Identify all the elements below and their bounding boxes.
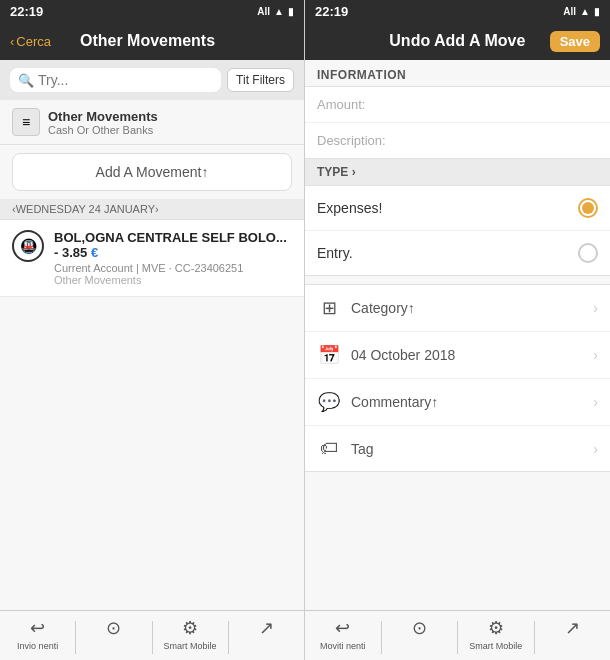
type-option-expenses[interactable]: Expenses! bbox=[305, 186, 610, 231]
bottom-tab-bar-right: ↩ Moviti nenti ⊙ ⚙ Smart Mobile ↗ bbox=[305, 610, 610, 660]
tab-label-settings-left: Smart Mobile bbox=[164, 641, 217, 651]
nav-title-right: Undo Add A Move bbox=[365, 32, 550, 50]
status-bar-left: 22:19 All ▲ ▮ bbox=[0, 0, 304, 22]
network-left: All bbox=[257, 6, 270, 17]
right-panel: 22:19 All ▲ ▮ Undo Add A Move Save INFOR… bbox=[305, 0, 610, 660]
tab-label-settings-right: Smart Mobile bbox=[469, 641, 522, 651]
description-label: Description: bbox=[317, 133, 598, 148]
left-panel: 22:19 All ▲ ▮ ‹ Cerca Other Movements 🔍 … bbox=[0, 0, 305, 660]
nav-bar-left: ‹ Cerca Other Movements bbox=[0, 22, 304, 60]
type-entry-label: Entry. bbox=[317, 245, 353, 261]
info-section-header: INFORMATION bbox=[305, 60, 610, 86]
tab-settings-right[interactable]: ⚙ Smart Mobile bbox=[458, 617, 534, 658]
search-icon: 🔍 bbox=[18, 73, 34, 88]
back-label: Cerca bbox=[16, 34, 51, 49]
date-label: 04 October 2018 bbox=[351, 347, 583, 363]
rewind-icon-right: ↩ bbox=[335, 617, 350, 639]
info-icon-left: ⊙ bbox=[106, 617, 121, 639]
category-arrow: › bbox=[593, 300, 598, 316]
tab-settings-left[interactable]: ⚙ Smart Mobile bbox=[153, 617, 228, 658]
tab-info-left[interactable]: ⊙ bbox=[76, 617, 151, 658]
info-icon-right: ⊙ bbox=[412, 617, 427, 639]
search-input[interactable] bbox=[38, 72, 213, 88]
tab-share-left[interactable]: ↗ bbox=[229, 617, 304, 658]
network-right: All bbox=[563, 6, 576, 17]
status-bar-right: 22:19 All ▲ ▮ bbox=[305, 0, 610, 22]
search-input-wrap[interactable]: 🔍 bbox=[10, 68, 221, 92]
radio-inner-expenses bbox=[582, 202, 594, 214]
movement-sub1: Current Account | MVE · CC-23406251 bbox=[54, 262, 292, 274]
time-right: 22:19 bbox=[315, 4, 348, 19]
commentary-icon: 💬 bbox=[317, 391, 341, 413]
back-button[interactable]: ‹ Cerca bbox=[10, 34, 51, 49]
commentary-row[interactable]: 💬 Commentary↑ › bbox=[305, 379, 610, 426]
status-icons-left: All ▲ ▮ bbox=[257, 6, 294, 17]
status-icons-right: All ▲ ▮ bbox=[563, 6, 600, 17]
tag-row[interactable]: 🏷 Tag › bbox=[305, 426, 610, 471]
movement-details: BOL,OGNA CENTRALE SELF BOLO... - 3.85 € … bbox=[54, 230, 292, 286]
account-icon: ≡ bbox=[12, 108, 40, 136]
movement-icon: 🚇 bbox=[12, 230, 44, 262]
type-options: Expenses! Entry. bbox=[305, 185, 610, 276]
nav-title-left: Other Movements bbox=[57, 32, 238, 50]
add-movement-label: Add A Movement↑ bbox=[96, 164, 209, 180]
share-icon-right: ↗ bbox=[565, 617, 580, 639]
date-header: ‹WEDNESDAY 24 JANUARY› bbox=[0, 199, 304, 220]
search-bar: 🔍 Tit Filters bbox=[0, 60, 304, 100]
bottom-tab-bar-left: ↩ Invio nenti ⊙ ⚙ Smart Mobile ↗ bbox=[0, 610, 304, 660]
time-left: 22:19 bbox=[10, 4, 43, 19]
category-row[interactable]: ⊞ Category↑ › bbox=[305, 285, 610, 332]
commentary-arrow: › bbox=[593, 394, 598, 410]
account-icon-symbol: ≡ bbox=[22, 114, 30, 130]
add-movement-button[interactable]: Add A Movement↑ bbox=[12, 153, 292, 191]
tab-rewind-left[interactable]: ↩ Invio nenti bbox=[0, 617, 75, 658]
tab-rewind-right[interactable]: ↩ Moviti nenti bbox=[305, 617, 381, 658]
account-sub: Cash Or Other Banks bbox=[48, 124, 158, 136]
movement-currency: € bbox=[91, 245, 98, 260]
detail-rows: ⊞ Category↑ › 📅 04 October 2018 › 💬 Comm… bbox=[305, 284, 610, 472]
description-field[interactable]: Description: bbox=[305, 123, 610, 158]
battery-icon-left: ▮ bbox=[288, 6, 294, 17]
rewind-icon: ↩ bbox=[30, 617, 45, 639]
tab-info-right[interactable]: ⊙ bbox=[382, 617, 458, 658]
account-name: Other Movements bbox=[48, 109, 158, 124]
movement-title: BOL,OGNA CENTRALE SELF BOLO... - 3.85 € bbox=[54, 230, 292, 260]
date-row[interactable]: 📅 04 October 2018 › bbox=[305, 332, 610, 379]
type-section-header: TYPE › bbox=[305, 159, 610, 185]
tag-arrow: › bbox=[593, 441, 598, 457]
tab-share-right[interactable]: ↗ bbox=[535, 617, 611, 658]
amount-field[interactable]: Amount: bbox=[305, 87, 610, 123]
date-header-label: ‹WEDNESDAY 24 JANUARY› bbox=[12, 203, 159, 215]
nav-bar-right: Undo Add A Move Save bbox=[305, 22, 610, 60]
filter-button[interactable]: Tit Filters bbox=[227, 68, 294, 92]
calendar-icon: 📅 bbox=[317, 344, 341, 366]
account-info: ≡ Other Movements Cash Or Other Banks bbox=[0, 100, 304, 145]
type-option-entry[interactable]: Entry. bbox=[305, 231, 610, 275]
share-icon-left: ↗ bbox=[259, 617, 274, 639]
commentary-label: Commentary↑ bbox=[351, 394, 583, 410]
tab-label-rewind: Invio nenti bbox=[17, 641, 58, 651]
settings-icon-left: ⚙ bbox=[182, 617, 198, 639]
filter-label: Tit Filters bbox=[236, 73, 285, 87]
date-arrow: › bbox=[593, 347, 598, 363]
save-button[interactable]: Save bbox=[550, 31, 600, 52]
type-expenses-label: Expenses! bbox=[317, 200, 382, 216]
settings-icon-right: ⚙ bbox=[488, 617, 504, 639]
radio-entry[interactable] bbox=[578, 243, 598, 263]
tag-label: Tag bbox=[351, 441, 583, 457]
movement-item[interactable]: 🚇 BOL,OGNA CENTRALE SELF BOLO... - 3.85 … bbox=[0, 220, 304, 297]
tag-icon: 🏷 bbox=[317, 438, 341, 459]
wifi-icon-left: ▲ bbox=[274, 6, 284, 17]
type-label: TYPE › bbox=[317, 165, 356, 179]
category-label: Category↑ bbox=[351, 300, 583, 316]
tab-label-rewind-right: Moviti nenti bbox=[320, 641, 366, 651]
category-icon: ⊞ bbox=[317, 297, 341, 319]
movement-category: Other Movements bbox=[54, 274, 292, 286]
amount-label: Amount: bbox=[317, 97, 598, 112]
battery-icon-right: ▮ bbox=[594, 6, 600, 17]
info-fields: Amount: Description: bbox=[305, 86, 610, 159]
train-icon: 🚇 bbox=[20, 238, 37, 254]
wifi-icon-right: ▲ bbox=[580, 6, 590, 17]
radio-expenses[interactable] bbox=[578, 198, 598, 218]
chevron-left-icon: ‹ bbox=[10, 34, 14, 49]
